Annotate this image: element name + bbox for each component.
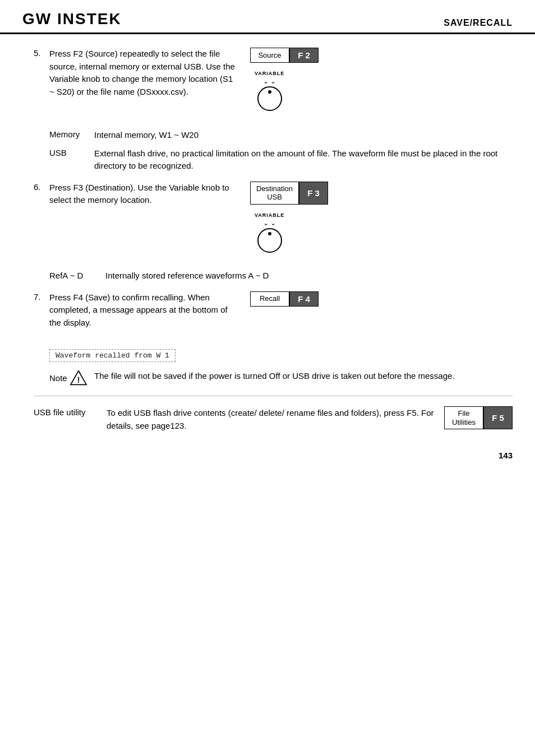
step-7-text: Press F4 (Save) to confirm recalling. Wh…	[49, 291, 240, 330]
memory-row: Memory Internal memory, W1 ~ W20	[49, 129, 513, 142]
page-number: 143	[0, 445, 535, 466]
svg-text:!: !	[77, 375, 80, 384]
f2-key[interactable]: F 2	[289, 48, 319, 63]
variable-arrows-5: ⌄ ⌄	[263, 77, 276, 85]
note-icon-area: Note !	[49, 370, 87, 386]
file-utilities-label: File Utilities	[444, 406, 483, 429]
step-6-text: Press F3 (Destination). Use the Variable…	[49, 182, 240, 207]
ref-row: RefA ~ D Internally stored reference wav…	[49, 271, 513, 280]
step-6-number: 6.	[34, 182, 49, 192]
step-5-block: 5. Press F2 (Source) repeatedly to selec…	[34, 48, 513, 113]
section-title: SAVE/RECALL	[444, 18, 513, 28]
source-label: Source	[250, 48, 289, 63]
usb-utility-image: File Utilities F 5	[444, 406, 513, 434]
company-logo: GW INSTEK	[22, 10, 122, 28]
step-6-buttons: Destination USB F 3	[250, 182, 328, 205]
f5-buttons: File Utilities F 5	[444, 406, 513, 429]
f4-key[interactable]: F 4	[289, 291, 319, 307]
knob-6	[257, 228, 282, 253]
step-5-number: 5.	[34, 48, 49, 58]
recall-label: Recall	[250, 291, 289, 307]
memory-desc: Internal memory, W1 ~ W20	[94, 129, 513, 142]
section-divider	[34, 396, 513, 396]
ref-label: RefA ~ D	[49, 271, 105, 280]
knob-5	[257, 86, 282, 111]
step-7-number: 7.	[34, 291, 49, 302]
note-text: The file will not be saved if the power …	[94, 370, 513, 383]
usb-sub-desc: External flash drive, no practical limit…	[94, 147, 513, 173]
usb-utility-desc: To edit USB flash drive contents (create…	[107, 406, 435, 433]
variable-label-5: VARIABLE	[255, 71, 284, 76]
f3-key[interactable]: F 3	[299, 182, 328, 205]
destination-label: Destination USB	[250, 182, 299, 205]
variable-knob-5: VARIABLE ⌄ ⌄	[255, 71, 284, 111]
ref-desc: Internally stored reference waveforms A …	[105, 271, 269, 280]
usb-utility-label: USB file utility	[34, 406, 107, 417]
usb-sub-label: USB	[49, 147, 94, 157]
usb-file-utility-section: USB file utility To edit USB flash drive…	[34, 406, 513, 434]
step-6-block: 6. Press F3 (Destination). Use the Varia…	[34, 182, 513, 255]
memory-label: Memory	[49, 129, 94, 139]
sub-table-5: Memory Internal memory, W1 ~ W20 USB Ext…	[49, 129, 513, 173]
step-5-image: Source F 2 VARIABLE ⌄ ⌄	[250, 48, 319, 113]
usb-row: USB External flash drive, no practical l…	[49, 147, 513, 173]
page-content: 5. Press F2 (Source) repeatedly to selec…	[0, 34, 535, 445]
variable-knob-6: VARIABLE ⌄ ⌄	[255, 212, 284, 253]
page-header: GW INSTEK SAVE/RECALL	[0, 0, 535, 34]
step-5-text: Press F2 (Source) repeatedly to select t…	[49, 48, 240, 98]
variable-label-6: VARIABLE	[255, 212, 284, 218]
f5-key[interactable]: F 5	[483, 406, 513, 429]
note-row: Note ! The file will not be saved if the…	[49, 370, 513, 386]
step-5-buttons: Source F 2	[250, 48, 319, 63]
step-7-block: 7. Press F4 (Save) to confirm recalling.…	[34, 291, 513, 330]
step-6-image: Destination USB F 3 VARIABLE ⌄ ⌄	[250, 182, 328, 255]
recalled-message: Waveform recalled from W 1	[49, 349, 176, 362]
note-word: Note	[49, 373, 67, 383]
step-7-buttons: Recall F 4	[250, 291, 319, 307]
variable-arrows-6: ⌄ ⌄	[263, 219, 276, 227]
step-7-image: Recall F 4	[250, 291, 319, 311]
warning-triangle-icon: !	[70, 370, 87, 386]
